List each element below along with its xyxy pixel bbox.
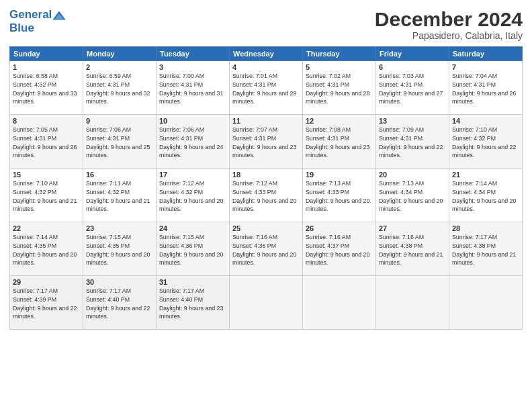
calendar-cell: 7Sunrise: 7:04 AMSunset: 4:31 PMDaylight… <box>449 61 523 115</box>
day-info: Sunrise: 7:10 AMSunset: 4:32 PMDaylight:… <box>452 126 519 160</box>
day-info: Sunrise: 7:00 AMSunset: 4:31 PMDaylight:… <box>159 72 226 106</box>
calendar-cell: 31Sunrise: 7:17 AMSunset: 4:40 PMDayligh… <box>157 276 230 330</box>
logo-text-general: General <box>9 8 52 21</box>
day-number: 15 <box>13 171 80 179</box>
day-number: 25 <box>232 224 300 232</box>
day-number: 7 <box>452 63 519 71</box>
day-number: 30 <box>86 278 153 286</box>
location-title: Papasidero, Calabria, Italy <box>375 30 523 41</box>
day-info: Sunrise: 7:13 AMSunset: 4:33 PMDaylight:… <box>306 179 373 214</box>
calendar-cell: 24Sunrise: 7:15 AMSunset: 4:36 PMDayligh… <box>157 222 230 276</box>
day-number: 12 <box>306 117 373 125</box>
day-number: 11 <box>232 117 300 125</box>
calendar-cell: 19Sunrise: 7:13 AMSunset: 4:33 PMDayligh… <box>303 169 376 222</box>
day-info: Sunrise: 7:06 AMSunset: 4:31 PMDaylight:… <box>86 126 153 160</box>
calendar-cell <box>230 276 303 330</box>
weekday-header-monday: Monday <box>83 47 157 61</box>
calendar-cell: 20Sunrise: 7:13 AMSunset: 4:34 PMDayligh… <box>376 169 449 222</box>
title-block: December 2024 Papasidero, Calabria, Ital… <box>375 8 523 41</box>
day-info: Sunrise: 7:16 AMSunset: 4:38 PMDaylight:… <box>379 233 446 267</box>
day-info: Sunrise: 6:59 AMSunset: 4:31 PMDaylight:… <box>86 72 153 106</box>
day-info: Sunrise: 7:12 AMSunset: 4:33 PMDaylight:… <box>232 179 300 214</box>
week-row-3: 15Sunrise: 7:10 AMSunset: 4:32 PMDayligh… <box>10 169 523 222</box>
weekday-header-thursday: Thursday <box>303 47 376 61</box>
calendar-cell: 27Sunrise: 7:16 AMSunset: 4:38 PMDayligh… <box>376 222 449 276</box>
calendar-cell <box>303 276 376 330</box>
day-number: 27 <box>379 224 446 232</box>
day-number: 16 <box>86 171 153 179</box>
day-number: 20 <box>379 171 446 179</box>
weekday-header-friday: Friday <box>376 47 449 61</box>
calendar-cell: 18Sunrise: 7:12 AMSunset: 4:33 PMDayligh… <box>230 169 303 222</box>
day-number: 17 <box>159 171 226 179</box>
calendar-cell: 1Sunrise: 6:58 AMSunset: 4:32 PMDaylight… <box>10 61 83 115</box>
day-info: Sunrise: 7:15 AMSunset: 4:36 PMDaylight:… <box>159 233 226 267</box>
day-number: 31 <box>159 278 226 286</box>
week-row-5: 29Sunrise: 7:17 AMSunset: 4:39 PMDayligh… <box>10 276 523 330</box>
day-number: 13 <box>379 117 446 125</box>
day-number: 5 <box>306 63 373 71</box>
day-info: Sunrise: 7:15 AMSunset: 4:35 PMDaylight:… <box>86 233 153 267</box>
day-info: Sunrise: 7:14 AMSunset: 4:35 PMDaylight:… <box>13 233 80 267</box>
day-number: 19 <box>306 171 373 179</box>
day-number: 26 <box>306 224 373 232</box>
day-info: Sunrise: 7:09 AMSunset: 4:31 PMDaylight:… <box>379 126 446 160</box>
calendar-cell: 15Sunrise: 7:10 AMSunset: 4:32 PMDayligh… <box>10 169 83 222</box>
day-info: Sunrise: 7:01 AMSunset: 4:31 PMDaylight:… <box>232 72 300 106</box>
day-number: 1 <box>13 63 80 71</box>
calendar-cell: 23Sunrise: 7:15 AMSunset: 4:35 PMDayligh… <box>83 222 157 276</box>
weekday-header-tuesday: Tuesday <box>157 47 230 61</box>
day-info: Sunrise: 7:13 AMSunset: 4:34 PMDaylight:… <box>379 179 446 214</box>
day-info: Sunrise: 7:17 AMSunset: 4:40 PMDaylight:… <box>159 287 226 321</box>
logo-text-blue: Blue <box>9 21 66 35</box>
calendar-cell: 12Sunrise: 7:08 AMSunset: 4:31 PMDayligh… <box>303 115 376 169</box>
day-info: Sunrise: 7:16 AMSunset: 4:37 PMDaylight:… <box>306 233 373 267</box>
day-number: 18 <box>232 171 300 179</box>
day-number: 9 <box>86 117 153 125</box>
day-info: Sunrise: 7:04 AMSunset: 4:31 PMDaylight:… <box>452 72 519 106</box>
day-number: 2 <box>86 63 153 71</box>
calendar-cell <box>376 276 449 330</box>
day-info: Sunrise: 6:58 AMSunset: 4:32 PMDaylight:… <box>13 72 80 106</box>
calendar-cell: 29Sunrise: 7:17 AMSunset: 4:39 PMDayligh… <box>10 276 83 330</box>
day-info: Sunrise: 7:07 AMSunset: 4:31 PMDaylight:… <box>232 126 300 160</box>
day-info: Sunrise: 7:12 AMSunset: 4:32 PMDaylight:… <box>159 179 226 214</box>
week-row-2: 8Sunrise: 7:05 AMSunset: 4:31 PMDaylight… <box>10 115 523 169</box>
weekday-header-wednesday: Wednesday <box>230 47 303 61</box>
calendar-cell <box>449 276 523 330</box>
day-info: Sunrise: 7:11 AMSunset: 4:32 PMDaylight:… <box>86 179 153 214</box>
day-number: 21 <box>452 171 519 179</box>
day-number: 24 <box>159 224 226 232</box>
calendar-cell: 13Sunrise: 7:09 AMSunset: 4:31 PMDayligh… <box>376 115 449 169</box>
day-number: 10 <box>159 117 226 125</box>
calendar-cell: 30Sunrise: 7:17 AMSunset: 4:40 PMDayligh… <box>83 276 157 330</box>
calendar-cell: 10Sunrise: 7:06 AMSunset: 4:31 PMDayligh… <box>157 115 230 169</box>
weekday-header-sunday: Sunday <box>10 47 83 61</box>
day-number: 23 <box>86 224 153 232</box>
calendar-cell: 22Sunrise: 7:14 AMSunset: 4:35 PMDayligh… <box>10 222 83 276</box>
week-row-4: 22Sunrise: 7:14 AMSunset: 4:35 PMDayligh… <box>10 222 523 276</box>
day-number: 8 <box>13 117 80 125</box>
calendar-cell: 2Sunrise: 6:59 AMSunset: 4:31 PMDaylight… <box>83 61 157 115</box>
month-title: December 2024 <box>375 8 523 30</box>
calendar-cell: 9Sunrise: 7:06 AMSunset: 4:31 PMDaylight… <box>83 115 157 169</box>
calendar-cell: 25Sunrise: 7:16 AMSunset: 4:36 PMDayligh… <box>230 222 303 276</box>
calendar-table: SundayMondayTuesdayWednesdayThursdayFrid… <box>9 46 523 330</box>
day-info: Sunrise: 7:10 AMSunset: 4:32 PMDaylight:… <box>13 179 80 214</box>
day-number: 14 <box>452 117 519 125</box>
page-header: General Blue December 2024 Papasidero, C… <box>9 8 523 41</box>
calendar-cell: 16Sunrise: 7:11 AMSunset: 4:32 PMDayligh… <box>83 169 157 222</box>
day-info: Sunrise: 7:14 AMSunset: 4:34 PMDaylight:… <box>452 179 519 214</box>
day-info: Sunrise: 7:17 AMSunset: 4:38 PMDaylight:… <box>452 233 519 267</box>
day-number: 29 <box>13 278 80 286</box>
weekday-header-saturday: Saturday <box>449 47 523 61</box>
calendar-cell: 5Sunrise: 7:02 AMSunset: 4:31 PMDaylight… <box>303 61 376 115</box>
calendar-cell: 14Sunrise: 7:10 AMSunset: 4:32 PMDayligh… <box>449 115 523 169</box>
day-info: Sunrise: 7:05 AMSunset: 4:31 PMDaylight:… <box>13 126 80 160</box>
calendar-cell: 6Sunrise: 7:03 AMSunset: 4:31 PMDaylight… <box>376 61 449 115</box>
day-info: Sunrise: 7:02 AMSunset: 4:31 PMDaylight:… <box>306 72 373 106</box>
day-number: 6 <box>379 63 446 71</box>
week-row-1: 1Sunrise: 6:58 AMSunset: 4:32 PMDaylight… <box>10 61 523 115</box>
calendar-cell: 28Sunrise: 7:17 AMSunset: 4:38 PMDayligh… <box>449 222 523 276</box>
day-info: Sunrise: 7:16 AMSunset: 4:36 PMDaylight:… <box>232 233 300 267</box>
